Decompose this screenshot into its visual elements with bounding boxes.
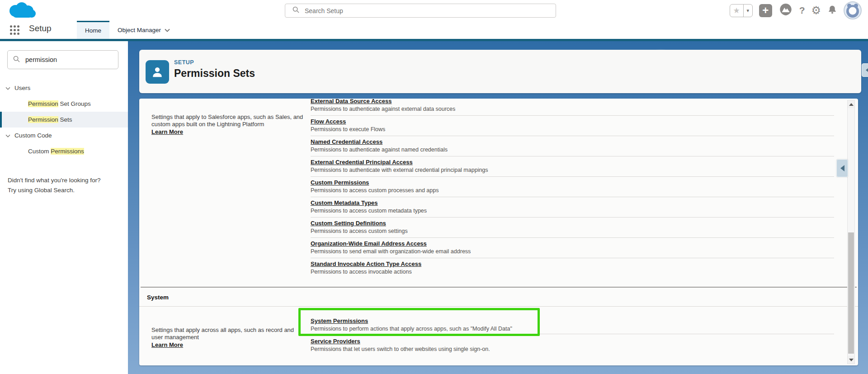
system-permission-list: System PermissionsPermissions to perform… [311, 314, 834, 355]
permission-link-standard-invocable-action-type-access[interactable]: Standard Invocable Action Type Access [311, 260, 421, 267]
chevron-down-icon [5, 132, 10, 139]
collapse-panel-button[interactable] [836, 159, 848, 177]
permission-description: Permissions to access invocable actions [311, 269, 834, 275]
permission-row: Flow AccessPermissions to execute Flows [311, 116, 834, 136]
permission-description: Permissions to access custom processes a… [311, 187, 834, 194]
permission-row: Organization-Wide Email Address AccessPe… [311, 238, 834, 258]
notifications-bell-icon[interactable] [827, 4, 837, 17]
page-title: Permission Sets [174, 67, 255, 80]
learn-more-link[interactable]: Learn More [151, 341, 183, 349]
setup-gear-icon[interactable]: ⚙ [811, 4, 821, 17]
main-area: SETUP Permission Sets Settings that appl… [128, 41, 868, 374]
global-header: Search Setup ★ ▾ + ? ⚙ [0, 0, 868, 21]
collapse-panel-button[interactable] [862, 63, 868, 77]
content-scrollbar[interactable] [847, 100, 855, 364]
user-avatar[interactable] [844, 1, 862, 19]
permission-row: Custom Metadata TypesPermissions to acce… [311, 197, 834, 218]
sidebar-item-permission-set-groups[interactable]: Permission Set Groups [0, 96, 128, 112]
scrollbar-thumb[interactable] [848, 232, 854, 354]
scroll-up-icon[interactable] [848, 100, 854, 108]
apps-permission-list: External Data Source AccessPermissions t… [311, 99, 834, 279]
sidebar-item-custom-permissions[interactable]: Custom Permissions [0, 143, 128, 159]
learn-more-link[interactable]: Learn More [151, 128, 183, 136]
permission-link-named-credential-access[interactable]: Named Credential Access [311, 138, 382, 145]
permission-row: External Data Source AccessPermissions t… [311, 99, 834, 116]
section-system-description: Settings that apply across all apps, suc… [151, 327, 305, 349]
favorites-star-icon[interactable]: ★ [730, 5, 744, 17]
setup-tree: UsersPermission Set GroupsPermission Set… [0, 80, 128, 159]
setup-sidebar: permission UsersPermission Set GroupsPer… [0, 41, 128, 374]
app-name: Setup [29, 24, 52, 33]
chevron-down-icon [165, 27, 170, 33]
tab-object-manager[interactable]: Object Manager [109, 21, 178, 39]
permission-link-system-permissions[interactable]: System Permissions [311, 317, 368, 324]
permission-description: Permissions to authenticate with externa… [311, 167, 834, 173]
permission-row: Standard Invocable Action Type AccessPer… [311, 258, 834, 279]
system-section-header: System [139, 288, 858, 307]
sidebar-item-permission-sets[interactable]: Permission Sets [0, 112, 128, 128]
sidebar-node-custom-code[interactable]: Custom Code [0, 128, 128, 143]
sidebar-quick-find-input[interactable]: permission [7, 50, 118, 69]
sidebar-note: Didn't find what you're looking for? Try… [8, 175, 101, 195]
global-search-placeholder: Search Setup [305, 7, 343, 14]
permission-row: System PermissionsPermissions to perform… [311, 314, 834, 334]
sidebar-node-users[interactable]: Users [0, 80, 128, 96]
sidebar-item-label: Custom Permissions [28, 148, 84, 155]
permission-row: Service ProvidersPermissions that let us… [311, 334, 834, 355]
setup-nav-bar: Setup Home Object Manager [0, 21, 868, 39]
permission-link-custom-permissions[interactable]: Custom Permissions [311, 179, 369, 186]
permission-description: Permissions to perform actions that appl… [311, 326, 834, 332]
permission-link-custom-metadata-types[interactable]: Custom Metadata Types [311, 199, 378, 206]
app-launcher-icon[interactable] [10, 25, 23, 35]
page-header-card: SETUP Permission Sets [139, 50, 861, 93]
permission-sets-icon [146, 60, 169, 84]
scroll-down-icon[interactable] [848, 356, 854, 364]
permission-row: Custom Setting DefinitionsPermissions to… [311, 218, 834, 238]
help-icon[interactable]: ? [799, 5, 805, 16]
permission-row: External Credential Principal AccessPerm… [311, 156, 834, 177]
permission-link-flow-access[interactable]: Flow Access [311, 118, 346, 125]
permission-description: Permissions to send email with organizat… [311, 248, 834, 255]
favorites-caret-icon[interactable]: ▾ [744, 5, 752, 17]
permission-description: Permissions to access custom settings [311, 228, 834, 234]
permission-row: Named Credential AccessPermissions to au… [311, 136, 834, 156]
tab-home[interactable]: Home [77, 21, 109, 39]
permission-link-custom-setting-definitions[interactable]: Custom Setting Definitions [311, 220, 386, 227]
permission-link-service-providers[interactable]: Service Providers [311, 338, 360, 345]
search-icon [292, 6, 299, 15]
favorites-control[interactable]: ★ ▾ [730, 4, 753, 17]
quick-add-icon[interactable]: + [759, 4, 772, 17]
sidebar-item-label: Permission Set Groups [28, 100, 91, 107]
sidebar-item-label: Users [14, 85, 30, 91]
sidebar-item-label: Permission Sets [28, 116, 72, 123]
permission-description: Permissions to execute Flows [311, 126, 834, 133]
permissions-content-card: Settings that apply to Salesforce apps, … [139, 99, 858, 365]
chevron-down-icon [5, 85, 10, 91]
global-search-input[interactable]: Search Setup [285, 4, 556, 18]
permission-description: Permissions to authenticate against name… [311, 147, 834, 153]
section-apps-description: Settings that apply to Salesforce apps, … [151, 114, 305, 136]
search-icon [13, 56, 20, 64]
salesforce-logo [5, 1, 39, 23]
permission-description: Permissions to access custom metadata ty… [311, 208, 834, 214]
sidebar-search-value: permission [25, 56, 57, 63]
permission-row: Custom PermissionsPermissions to access … [311, 177, 834, 197]
nav-tabs: Home Object Manager [77, 21, 178, 39]
permission-description: Permissions to authenticate against exte… [311, 106, 834, 112]
permission-link-external-credential-principal-access[interactable]: External Credential Principal Access [311, 159, 413, 166]
trailhead-help-icon[interactable] [778, 3, 793, 18]
setup-eyebrow: SETUP [174, 59, 194, 66]
permission-description: Permissions that let users switch to oth… [311, 346, 834, 352]
sidebar-item-label: Custom Code [14, 132, 52, 139]
permission-link-organization-wide-email-address-access[interactable]: Organization-Wide Email Address Access [311, 240, 427, 247]
permission-link-external-data-source-access[interactable]: External Data Source Access [311, 99, 392, 104]
